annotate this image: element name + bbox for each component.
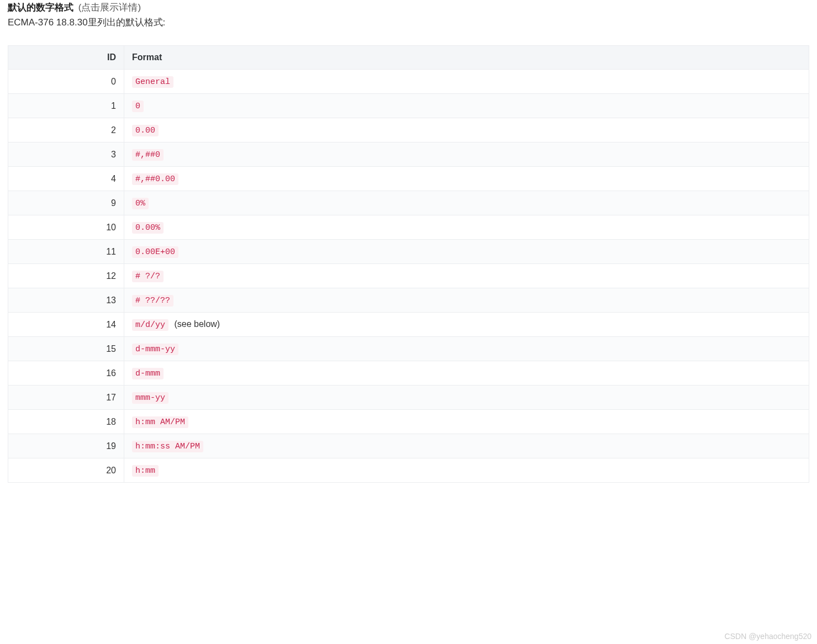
table-row: 15d-mmm-yy (8, 337, 809, 361)
table-row: 12# ?/? (8, 264, 809, 288)
table-row: 18h:mm AM/PM (8, 410, 809, 434)
cell-id: 19 (8, 434, 124, 458)
cell-id: 12 (8, 264, 124, 288)
col-header-id: ID (8, 46, 124, 70)
section-subheading: ECMA-376 18.8.30里列出的默认格式: (8, 16, 809, 29)
cell-format: h:mm:ss AM/PM (124, 434, 809, 458)
table-row: 90% (8, 191, 809, 215)
cell-format: mmm-yy (124, 386, 809, 410)
format-code: 0.00% (132, 222, 164, 234)
format-suffix: (see below) (172, 319, 220, 329)
table-row: 3#,##0 (8, 142, 809, 167)
cell-format: h:mm AM/PM (124, 410, 809, 434)
table-row: 110.00E+00 (8, 240, 809, 264)
table-header-row: ID Format (8, 46, 809, 70)
cell-format: 0% (124, 191, 809, 215)
cell-id: 17 (8, 386, 124, 410)
format-code: 0.00E+00 (132, 246, 178, 258)
table-row: 16d-mmm (8, 361, 809, 386)
table-row: 100.00% (8, 215, 809, 240)
cell-id: 16 (8, 361, 124, 386)
cell-id: 4 (8, 167, 124, 191)
cell-format: General (124, 70, 809, 94)
section-heading[interactable]: 默认的数字格式 (点击展示详情) (8, 1, 809, 14)
format-code: m/d/yy (132, 319, 168, 331)
cell-format: d-mmm (124, 361, 809, 386)
format-code: 0 (132, 101, 144, 112)
cell-id: 15 (8, 337, 124, 361)
table-row: 20.00 (8, 118, 809, 142)
cell-id: 11 (8, 240, 124, 264)
cell-id: 2 (8, 118, 124, 142)
col-header-format: Format (124, 46, 809, 70)
format-code: h:mm AM/PM (132, 416, 188, 428)
format-code: # ??/?? (132, 295, 173, 307)
format-code: h:mm:ss AM/PM (132, 441, 203, 452)
format-code: #,##0.00 (132, 173, 178, 185)
section-hint: (点击展示详情) (78, 2, 141, 13)
format-code: # ?/? (132, 271, 164, 282)
cell-format: 0.00% (124, 215, 809, 240)
cell-format: 0 (124, 94, 809, 118)
section-title: 默认的数字格式 (8, 2, 73, 13)
table-row: 19h:mm:ss AM/PM (8, 434, 809, 458)
format-code: d-mmm-yy (132, 344, 178, 355)
format-code: 0% (132, 198, 149, 209)
cell-format: h:mm (124, 458, 809, 483)
cell-format: # ??/?? (124, 288, 809, 313)
cell-id: 20 (8, 458, 124, 483)
cell-id: 13 (8, 288, 124, 313)
format-code: #,##0 (132, 149, 164, 161)
cell-id: 0 (8, 70, 124, 94)
cell-format: d-mmm-yy (124, 337, 809, 361)
table-row: 14m/d/yy (see below) (8, 313, 809, 337)
table-row: 17mmm-yy (8, 386, 809, 410)
cell-format: #,##0 (124, 142, 809, 167)
format-code: 0.00 (132, 125, 159, 136)
table-row: 10 (8, 94, 809, 118)
table-row: 13# ??/?? (8, 288, 809, 313)
cell-format: 0.00 (124, 118, 809, 142)
format-code: mmm-yy (132, 392, 168, 404)
cell-format: m/d/yy (see below) (124, 313, 809, 337)
format-table: ID Format 0General1020.003#,##04#,##0.00… (8, 45, 809, 483)
table-row: 4#,##0.00 (8, 167, 809, 191)
cell-id: 1 (8, 94, 124, 118)
format-code: d-mmm (132, 368, 164, 379)
cell-id: 3 (8, 142, 124, 167)
format-code: h:mm (132, 465, 159, 477)
cell-id: 10 (8, 215, 124, 240)
table-row: 20h:mm (8, 458, 809, 483)
cell-id: 18 (8, 410, 124, 434)
cell-format: 0.00E+00 (124, 240, 809, 264)
format-code: General (132, 76, 173, 88)
cell-id: 9 (8, 191, 124, 215)
table-row: 0General (8, 70, 809, 94)
cell-format: #,##0.00 (124, 167, 809, 191)
cell-id: 14 (8, 313, 124, 337)
cell-format: # ?/? (124, 264, 809, 288)
